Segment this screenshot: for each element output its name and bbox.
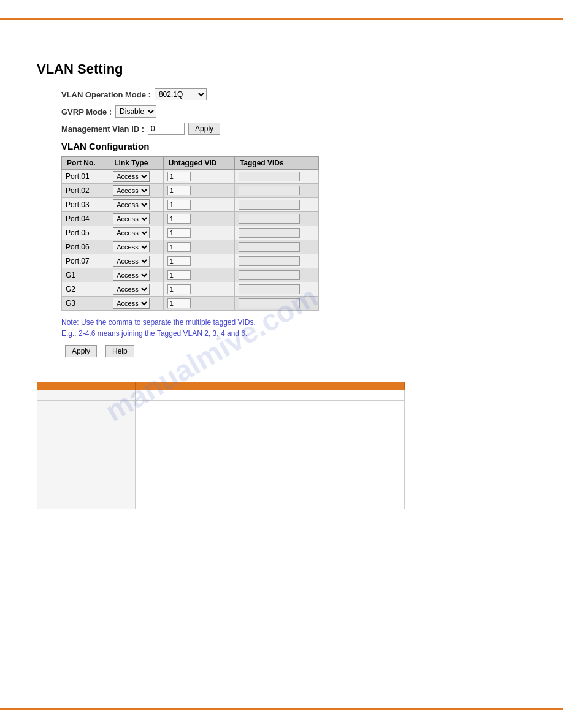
- table-row: G3AccessTrunkHybrid: [62, 297, 319, 311]
- table-row: [37, 390, 405, 401]
- bottom-table-cell-col2: [136, 411, 405, 460]
- link-type-select[interactable]: AccessTrunkHybrid: [113, 185, 150, 196]
- tagged-vids-input[interactable]: [239, 284, 300, 294]
- tagged-vids-input[interactable]: [239, 214, 300, 224]
- untagged-vid-cell: [163, 254, 234, 268]
- tagged-vids-cell: [234, 297, 318, 311]
- tagged-vids-cell: [234, 282, 318, 297]
- link-type-cell: AccessTrunkHybrid: [109, 254, 164, 268]
- untagged-vid-input[interactable]: [167, 256, 191, 266]
- port-no-cell: Port.05: [62, 226, 109, 240]
- table-row: [37, 401, 405, 411]
- link-type-cell: AccessTrunkHybrid: [109, 297, 164, 311]
- bottom-table-cell-col2: [136, 460, 405, 509]
- port-no-cell: G1: [62, 268, 109, 282]
- bottom-table-col1-header: [37, 382, 136, 390]
- bottom-table-cell-col1: [37, 411, 136, 460]
- link-type-select[interactable]: AccessTrunkHybrid: [113, 171, 150, 182]
- untagged-vid-cell: [163, 240, 234, 254]
- untagged-vid-cell: [163, 282, 234, 297]
- port-no-cell: G3: [62, 297, 109, 311]
- tagged-vids-input[interactable]: [239, 200, 300, 210]
- col-link-type: Link Type: [109, 157, 164, 170]
- bottom-table-cell-col1: [37, 401, 136, 411]
- gvrp-mode-select[interactable]: Disable Enable: [115, 105, 156, 118]
- table-row: G1AccessTrunkHybrid: [62, 268, 319, 282]
- tagged-vids-input[interactable]: [239, 256, 300, 266]
- management-vlan-input[interactable]: [148, 123, 185, 135]
- untagged-vid-input[interactable]: [167, 242, 191, 252]
- vlan-config-table: Port No. Link Type Untagged VID Tagged V…: [61, 156, 319, 311]
- tagged-vids-input[interactable]: [239, 270, 300, 280]
- tagged-vids-cell: [234, 170, 318, 184]
- link-type-select[interactable]: AccessTrunkHybrid: [113, 213, 150, 224]
- link-type-select[interactable]: AccessTrunkHybrid: [113, 256, 150, 267]
- untagged-vid-input[interactable]: [167, 200, 191, 210]
- port-no-cell: Port.07: [62, 254, 109, 268]
- untagged-vid-input[interactable]: [167, 284, 191, 294]
- table-row: [37, 411, 405, 460]
- link-type-cell: AccessTrunkHybrid: [109, 212, 164, 226]
- note-line2: E.g., 2-4,6 means joining the Tagged VLA…: [61, 328, 526, 339]
- table-row: Port.06AccessTrunkHybrid: [62, 240, 319, 254]
- link-type-select[interactable]: AccessTrunkHybrid: [113, 199, 150, 210]
- tagged-vids-cell: [234, 212, 318, 226]
- col-port-no: Port No.: [62, 157, 109, 170]
- untagged-vid-input[interactable]: [167, 172, 191, 181]
- link-type-cell: AccessTrunkHybrid: [109, 240, 164, 254]
- vlan-operation-mode-select[interactable]: 802.1Q Port-based Disable: [155, 88, 207, 100]
- management-vlan-apply-button[interactable]: Apply: [188, 123, 220, 135]
- table-row: Port.05AccessTrunkHybrid: [62, 226, 319, 240]
- tagged-vids-input[interactable]: [239, 186, 300, 195]
- tagged-vids-cell: [234, 198, 318, 212]
- tagged-vids-input[interactable]: [239, 298, 300, 308]
- link-type-select[interactable]: AccessTrunkHybrid: [113, 270, 150, 281]
- untagged-vid-input[interactable]: [167, 298, 191, 308]
- link-type-cell: AccessTrunkHybrid: [109, 184, 164, 198]
- port-no-cell: Port.03: [62, 198, 109, 212]
- apply-button[interactable]: Apply: [65, 345, 97, 357]
- link-type-select[interactable]: AccessTrunkHybrid: [113, 227, 150, 238]
- link-type-select[interactable]: AccessTrunkHybrid: [113, 241, 150, 252]
- untagged-vid-cell: [163, 184, 234, 198]
- link-type-select[interactable]: AccessTrunkHybrid: [113, 284, 150, 295]
- untagged-vid-input[interactable]: [167, 214, 191, 224]
- tagged-vids-input[interactable]: [239, 228, 300, 238]
- untagged-vid-input[interactable]: [167, 228, 191, 238]
- port-no-cell: G2: [62, 282, 109, 297]
- tagged-vids-cell: [234, 240, 318, 254]
- tagged-vids-input[interactable]: [239, 172, 300, 181]
- col-untagged-vid: Untagged VID: [163, 157, 234, 170]
- untagged-vid-input[interactable]: [167, 270, 191, 280]
- page-title: VLAN Setting: [37, 61, 526, 77]
- link-type-cell: AccessTrunkHybrid: [109, 170, 164, 184]
- tagged-vids-input[interactable]: [239, 242, 300, 252]
- vlan-operation-mode-label: VLAN Operation Mode :: [61, 90, 151, 99]
- untagged-vid-cell: [163, 212, 234, 226]
- port-no-cell: Port.04: [62, 212, 109, 226]
- vlan-operation-mode-row: VLAN Operation Mode : 802.1Q Port-based …: [61, 88, 526, 100]
- table-row: Port.03AccessTrunkHybrid: [62, 198, 319, 212]
- link-type-select[interactable]: AccessTrunkHybrid: [113, 298, 150, 309]
- table-row: Port.04AccessTrunkHybrid: [62, 212, 319, 226]
- tagged-vids-cell: [234, 184, 318, 198]
- bottom-table-cell-col2: [136, 390, 405, 401]
- link-type-cell: AccessTrunkHybrid: [109, 198, 164, 212]
- table-row: G2AccessTrunkHybrid: [62, 282, 319, 297]
- bottom-border: [0, 708, 563, 710]
- untagged-vid-cell: [163, 170, 234, 184]
- untagged-vid-input[interactable]: [167, 186, 191, 195]
- port-no-cell: Port.06: [62, 240, 109, 254]
- col-tagged-vids: Tagged VIDs: [234, 157, 318, 170]
- untagged-vid-cell: [163, 297, 234, 311]
- gvrp-mode-row: GVRP Mode : Disable Enable: [61, 105, 526, 118]
- untagged-vid-cell: [163, 268, 234, 282]
- gvrp-mode-label: GVRP Mode :: [61, 107, 112, 116]
- help-button[interactable]: Help: [105, 345, 134, 357]
- bottom-table-col2-header: [136, 382, 405, 390]
- vlan-config-title: VLAN Configuration: [61, 141, 526, 151]
- bottom-table-cell-col2: [136, 401, 405, 411]
- link-type-cell: AccessTrunkHybrid: [109, 268, 164, 282]
- untagged-vid-cell: [163, 198, 234, 212]
- bottom-table: [37, 382, 405, 509]
